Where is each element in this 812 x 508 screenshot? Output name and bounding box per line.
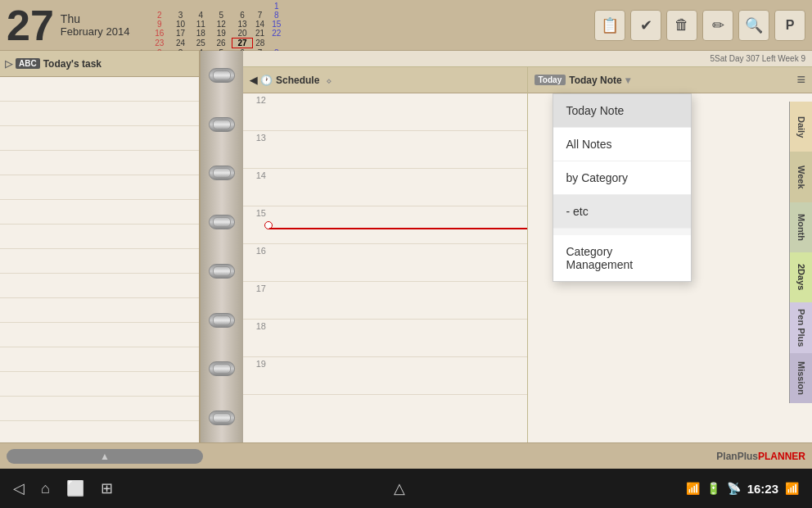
cal-cell[interactable]: 26 (210, 39, 232, 48)
cal-cell[interactable] (268, 39, 286, 48)
time-row: 19 (243, 357, 527, 395)
cal-cell[interactable] (232, 2, 252, 11)
dropdown-item-category-mgmt[interactable]: Category Management (553, 235, 691, 281)
home-nav-button[interactable]: ⌂ (41, 480, 50, 497)
cal-cell[interactable]: 3 (169, 11, 192, 20)
notes-dropdown-arrow[interactable]: ▾ (625, 75, 630, 86)
time-row: 12 (243, 93, 527, 131)
cal-cell[interactable]: 21 (252, 29, 268, 39)
task-line (0, 249, 199, 274)
copy-button[interactable]: 📋 (594, 10, 625, 41)
time-row: 15 (243, 206, 527, 244)
task-line (0, 102, 199, 126)
time-label: 19 (243, 359, 269, 369)
cal-cell[interactable]: 6 (232, 11, 252, 20)
time-label: 17 (243, 283, 269, 293)
current-time-line (269, 228, 527, 229)
toolbar: 27 Thu February 2014 Sun Mon Tue Wed Thu… (0, 0, 812, 51)
day-info: Thu February 2014 (61, 12, 130, 38)
scroll-handle[interactable]: ▲ (7, 449, 203, 464)
schedule-header: ◀ 🕐 Schedule ⬦ (243, 67, 527, 93)
task-line (0, 274, 199, 298)
cal-cell[interactable]: 22 (268, 29, 286, 39)
dropdown-item-etc[interactable]: - etc (553, 195, 691, 229)
dropdown-item-by-category[interactable]: by Category (553, 161, 691, 195)
p-button[interactable]: P (774, 10, 805, 41)
time-display: 16:23 (747, 482, 778, 496)
task-line (0, 397, 199, 421)
cal-cell[interactable]: 8 (268, 11, 286, 20)
cal-cell[interactable] (252, 2, 268, 11)
status-bar: ◁ ⌂ ⬜ ⊞ △ 📶 🔋 📡 16:23 📶 (0, 469, 812, 508)
cal-cell[interactable]: 27 (232, 39, 252, 48)
center-nav-button[interactable]: △ (394, 479, 405, 497)
cal-cell[interactable]: 7 (252, 11, 268, 20)
time-label: 14 (243, 170, 269, 180)
notes-pane: Today Today Note ▾ ≡ Today Note All Note… (528, 67, 813, 442)
time-label: 13 (243, 133, 269, 143)
binder-ring (209, 117, 235, 132)
binder-ring (209, 313, 235, 328)
dropdown-item-all-notes[interactable]: All Notes (553, 128, 691, 161)
cal-cell[interactable]: 2 (149, 11, 169, 20)
dropdown-menu: Today Note All Notes by Category - etc C… (553, 93, 692, 282)
cal-cell[interactable]: 17 (169, 29, 192, 39)
nav-buttons: ◁ ⌂ ⬜ ⊞ (13, 479, 113, 497)
sort-icon[interactable]: ⬦ (326, 75, 332, 86)
month-year: February 2014 (61, 25, 130, 38)
cal-header-sun: Sun (149, 0, 169, 2)
info-bar: 5Sat Day 307 Left Week 9 (243, 51, 812, 67)
cal-cell[interactable] (149, 2, 169, 11)
brand-suffix: PLANNER (758, 451, 805, 462)
right-split: ◀ 🕐 Schedule ⬦ 1213141516171819 Today To… (243, 67, 812, 442)
cal-cell[interactable]: 5 (210, 11, 232, 20)
cal-cell[interactable]: 10 (169, 20, 192, 29)
cal-cell[interactable] (210, 2, 232, 11)
cal-cell[interactable]: 4 (192, 11, 210, 20)
recent-nav-button[interactable]: ⬜ (66, 479, 84, 497)
task-header-label: Today's task (43, 58, 102, 70)
cal-cell[interactable]: 20 (232, 29, 252, 39)
cal-cell[interactable]: 11 (192, 20, 210, 29)
menu-nav-button[interactable]: ⊞ (101, 479, 113, 497)
expand-arrow[interactable]: ▷ (5, 58, 12, 70)
cal-cell[interactable]: 28 (252, 39, 268, 48)
cal-cell[interactable] (169, 2, 192, 11)
cal-cell[interactable]: 23 (149, 39, 169, 48)
task-line (0, 126, 199, 151)
priority-badge: ABC (16, 58, 40, 69)
cal-cell[interactable]: 15 (268, 20, 286, 29)
toolbar-icons: 📋 ✔ 🗑 ✏ 🔍 P (594, 10, 805, 41)
dropdown-item-today-note[interactable]: Today Note (553, 94, 691, 128)
search-button[interactable]: 🔍 (738, 10, 769, 41)
delete-button[interactable]: 🗑 (666, 10, 697, 41)
time-label: 18 (243, 321, 269, 331)
cal-cell[interactable]: 14 (252, 20, 268, 29)
notes-menu-icon[interactable]: ≡ (796, 71, 805, 88)
cal-cell[interactable] (192, 2, 210, 11)
cal-cell[interactable]: 1 (268, 2, 286, 11)
back-nav-button[interactable]: ◁ (13, 479, 25, 497)
cal-cell[interactable]: 19 (210, 29, 232, 39)
binder-ring (209, 361, 235, 376)
cal-cell[interactable]: 25 (192, 39, 210, 48)
cal-header-mon: Mon (169, 0, 192, 2)
binder-ring (209, 215, 235, 229)
cal-cell[interactable]: 9 (149, 20, 169, 29)
time-row: 16 (243, 244, 527, 282)
bottom-bar: ▲ PlanPlusPLANNER (0, 442, 812, 469)
task-lines (0, 77, 199, 442)
cal-cell[interactable]: 12 (210, 20, 232, 29)
time-row: 14 (243, 169, 527, 206)
cal-cell[interactable]: 24 (169, 39, 192, 48)
cal-cell[interactable]: 16 (149, 29, 169, 39)
brand-name: PlanPlus (716, 451, 758, 462)
check-button[interactable]: ✔ (630, 10, 661, 41)
edit-button[interactable]: ✏ (702, 10, 733, 41)
task-line (0, 372, 199, 397)
cal-cell[interactable]: 18 (192, 29, 210, 39)
back-arrow[interactable]: ◀ (250, 75, 257, 86)
cal-cell[interactable]: 13 (232, 20, 252, 29)
mini-calendar: Sun Mon Tue Wed Thu Fri Sat 123456789101… (149, 0, 285, 57)
notes-title: Today Note (569, 75, 621, 86)
